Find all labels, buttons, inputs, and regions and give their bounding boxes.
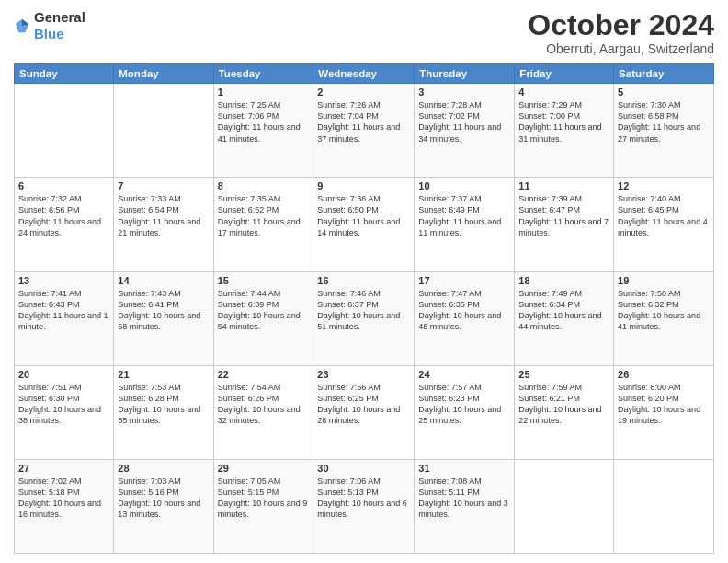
day-info: Sunrise: 7:46 AMSunset: 6:37 PMDaylight:…	[317, 288, 410, 333]
day-info: Sunrise: 7:50 AMSunset: 6:32 PMDaylight:…	[618, 288, 710, 333]
day-cell: 11Sunrise: 7:39 AMSunset: 6:47 PMDayligh…	[515, 178, 614, 271]
day-info: Sunrise: 7:35 AMSunset: 6:52 PMDaylight:…	[218, 193, 310, 238]
day-number: 21	[118, 369, 209, 380]
day-cell: 18Sunrise: 7:49 AMSunset: 6:34 PMDayligh…	[515, 271, 614, 365]
day-number: 20	[18, 369, 109, 380]
day-info: Sunrise: 7:57 AMSunset: 6:23 PMDaylight:…	[418, 382, 510, 427]
day-cell: 16Sunrise: 7:46 AMSunset: 6:37 PMDayligh…	[313, 271, 415, 365]
day-info: Sunrise: 7:02 AMSunset: 5:18 PMDaylight:…	[18, 476, 109, 521]
day-number: 1	[218, 86, 310, 98]
day-number: 27	[18, 463, 109, 474]
day-cell: 28Sunrise: 7:03 AMSunset: 5:16 PMDayligh…	[114, 459, 213, 553]
day-number: 26	[618, 369, 710, 380]
day-number: 13	[18, 275, 109, 286]
day-number: 8	[218, 180, 310, 191]
day-cell: 27Sunrise: 7:02 AMSunset: 5:18 PMDayligh…	[15, 459, 114, 553]
day-cell: 31Sunrise: 7:08 AMSunset: 5:11 PMDayligh…	[415, 459, 515, 553]
header: General Blue October 2024 Oberruti, Aarg…	[14, 9, 714, 56]
day-number: 11	[518, 180, 609, 191]
day-cell: 23Sunrise: 7:56 AMSunset: 6:25 PMDayligh…	[313, 365, 415, 459]
day-info: Sunrise: 7:29 AMSunset: 7:00 PMDaylight:…	[518, 99, 609, 144]
day-cell: 12Sunrise: 7:40 AMSunset: 6:45 PMDayligh…	[614, 178, 714, 271]
day-number: 22	[218, 369, 310, 380]
day-cell: 17Sunrise: 7:47 AMSunset: 6:35 PMDayligh…	[415, 271, 515, 365]
day-cell: 24Sunrise: 7:57 AMSunset: 6:23 PMDayligh…	[415, 365, 515, 459]
day-cell: 4Sunrise: 7:29 AMSunset: 7:00 PMDaylight…	[515, 84, 614, 178]
day-number: 10	[418, 180, 510, 191]
day-info: Sunrise: 7:37 AMSunset: 6:49 PMDaylight:…	[418, 193, 510, 238]
day-info: Sunrise: 7:49 AMSunset: 6:34 PMDaylight:…	[518, 288, 609, 333]
day-cell: 5Sunrise: 7:30 AMSunset: 6:58 PMDaylight…	[614, 84, 714, 178]
day-cell: 2Sunrise: 7:26 AMSunset: 7:04 PMDaylight…	[313, 84, 415, 178]
day-cell: 20Sunrise: 7:51 AMSunset: 6:30 PMDayligh…	[15, 365, 114, 459]
day-header-monday: Monday	[114, 64, 213, 84]
day-cell: 6Sunrise: 7:32 AMSunset: 6:56 PMDaylight…	[15, 178, 114, 271]
day-info: Sunrise: 7:28 AMSunset: 7:02 PMDaylight:…	[418, 99, 510, 144]
day-number: 15	[218, 275, 310, 286]
day-number: 4	[518, 86, 609, 98]
day-cell: 1Sunrise: 7:25 AMSunset: 7:06 PMDaylight…	[213, 84, 313, 178]
week-row-1: 1Sunrise: 7:25 AMSunset: 7:06 PMDaylight…	[15, 84, 714, 178]
week-row-3: 13Sunrise: 7:41 AMSunset: 6:43 PMDayligh…	[15, 271, 714, 365]
day-number: 12	[618, 180, 710, 191]
day-cell: 21Sunrise: 7:53 AMSunset: 6:28 PMDayligh…	[114, 365, 213, 459]
day-number: 14	[118, 275, 209, 286]
week-row-2: 6Sunrise: 7:32 AMSunset: 6:56 PMDaylight…	[15, 178, 714, 271]
day-cell: 26Sunrise: 8:00 AMSunset: 6:20 PMDayligh…	[614, 365, 714, 459]
day-number: 29	[218, 463, 310, 474]
day-info: Sunrise: 7:06 AMSunset: 5:13 PMDaylight:…	[317, 476, 410, 521]
day-cell: 22Sunrise: 7:54 AMSunset: 6:26 PMDayligh…	[213, 365, 313, 459]
day-cell	[114, 84, 213, 178]
day-number: 9	[317, 180, 410, 191]
day-cell: 25Sunrise: 7:59 AMSunset: 6:21 PMDayligh…	[515, 365, 614, 459]
title-block: October 2024 Oberruti, Aargau, Switzerla…	[528, 9, 714, 56]
week-row-4: 20Sunrise: 7:51 AMSunset: 6:30 PMDayligh…	[15, 365, 714, 459]
day-number: 17	[418, 275, 510, 286]
day-info: Sunrise: 8:00 AMSunset: 6:20 PMDaylight:…	[618, 382, 710, 427]
day-info: Sunrise: 7:54 AMSunset: 6:26 PMDaylight:…	[218, 382, 310, 427]
day-number: 30	[317, 463, 410, 474]
day-header-saturday: Saturday	[614, 64, 714, 84]
day-number: 18	[518, 275, 609, 286]
day-cell: 19Sunrise: 7:50 AMSunset: 6:32 PMDayligh…	[614, 271, 714, 365]
day-header-wednesday: Wednesday	[313, 64, 415, 84]
day-info: Sunrise: 7:30 AMSunset: 6:58 PMDaylight:…	[618, 99, 710, 144]
day-info: Sunrise: 7:05 AMSunset: 5:15 PMDaylight:…	[218, 476, 310, 521]
day-info: Sunrise: 7:59 AMSunset: 6:21 PMDaylight:…	[518, 382, 609, 427]
day-number: 24	[418, 369, 510, 380]
day-header-tuesday: Tuesday	[213, 64, 313, 84]
day-header-thursday: Thursday	[415, 64, 515, 84]
location: Oberruti, Aargau, Switzerland	[528, 41, 714, 56]
day-header-friday: Friday	[515, 64, 614, 84]
day-info: Sunrise: 7:41 AMSunset: 6:43 PMDaylight:…	[18, 288, 109, 333]
day-cell	[15, 84, 114, 178]
day-cell: 7Sunrise: 7:33 AMSunset: 6:54 PMDaylight…	[114, 178, 213, 271]
logo-general: General	[34, 9, 85, 25]
day-cell: 13Sunrise: 7:41 AMSunset: 6:43 PMDayligh…	[15, 271, 114, 365]
day-cell: 14Sunrise: 7:43 AMSunset: 6:41 PMDayligh…	[114, 271, 213, 365]
day-info: Sunrise: 7:36 AMSunset: 6:50 PMDaylight:…	[317, 193, 410, 238]
month-title: October 2024	[528, 9, 714, 41]
day-number: 16	[317, 275, 410, 286]
logo-text: General Blue	[34, 9, 85, 42]
day-info: Sunrise: 7:26 AMSunset: 7:04 PMDaylight:…	[317, 99, 410, 144]
day-info: Sunrise: 7:39 AMSunset: 6:47 PMDaylight:…	[518, 193, 609, 238]
logo-blue: Blue	[34, 26, 64, 41]
day-number: 5	[618, 86, 710, 98]
calendar-page: General Blue October 2024 Oberruti, Aarg…	[0, 0, 728, 563]
day-header-sunday: Sunday	[15, 64, 114, 84]
day-number: 19	[618, 275, 710, 286]
day-info: Sunrise: 7:25 AMSunset: 7:06 PMDaylight:…	[218, 99, 310, 144]
day-number: 3	[418, 86, 510, 98]
day-info: Sunrise: 7:32 AMSunset: 6:56 PMDaylight:…	[18, 193, 109, 238]
day-number: 7	[118, 180, 209, 191]
day-info: Sunrise: 7:03 AMSunset: 5:16 PMDaylight:…	[118, 476, 209, 521]
day-info: Sunrise: 7:44 AMSunset: 6:39 PMDaylight:…	[218, 288, 310, 333]
logo: General Blue	[14, 9, 85, 42]
day-info: Sunrise: 7:08 AMSunset: 5:11 PMDaylight:…	[418, 476, 510, 521]
day-number: 31	[418, 463, 510, 474]
day-cell	[515, 459, 614, 553]
day-info: Sunrise: 7:47 AMSunset: 6:35 PMDaylight:…	[418, 288, 510, 333]
day-cell: 15Sunrise: 7:44 AMSunset: 6:39 PMDayligh…	[213, 271, 313, 365]
day-info: Sunrise: 7:51 AMSunset: 6:30 PMDaylight:…	[18, 382, 109, 427]
